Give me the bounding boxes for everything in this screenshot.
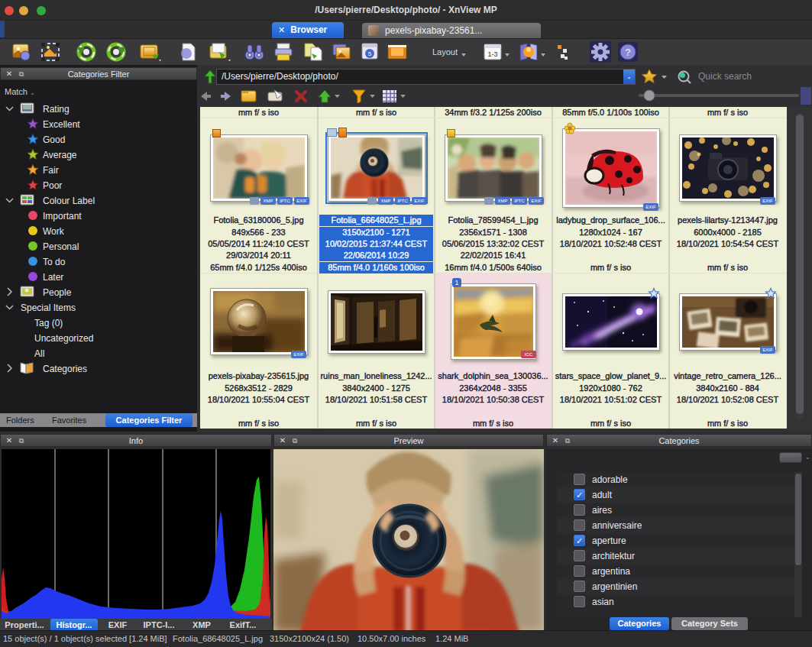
svg-text:Personal: Personal xyxy=(43,241,79,252)
svg-text:1-3: 1-3 xyxy=(487,50,497,58)
svg-text:Important: Important xyxy=(43,211,82,222)
svg-text:Work: Work xyxy=(43,226,65,237)
svg-text:Rating: Rating xyxy=(43,104,70,115)
svg-text:Layout: Layout xyxy=(432,47,458,57)
svg-text:Uncategorized: Uncategorized xyxy=(34,333,93,344)
svg-text:Categories: Categories xyxy=(43,364,87,374)
svg-text:Tag (0): Tag (0) xyxy=(34,318,63,328)
svg-text:Special Items: Special Items xyxy=(21,302,76,313)
svg-text:Good: Good xyxy=(43,134,65,145)
svg-text:Later: Later xyxy=(43,272,63,283)
svg-text:All: All xyxy=(34,348,44,359)
svg-text:Fair: Fair xyxy=(43,165,59,176)
svg-text:To do: To do xyxy=(43,257,66,267)
svg-text:Poor: Poor xyxy=(43,180,62,191)
svg-text:People: People xyxy=(43,287,72,298)
svg-text:Quick search: Quick search xyxy=(698,71,752,82)
svg-text:Colour Label: Colour Label xyxy=(43,196,95,206)
svg-text:5: 5 xyxy=(368,50,372,57)
svg-text:?: ? xyxy=(625,47,631,58)
svg-text:Excellent: Excellent xyxy=(43,119,80,130)
svg-text:Average: Average xyxy=(43,150,77,160)
